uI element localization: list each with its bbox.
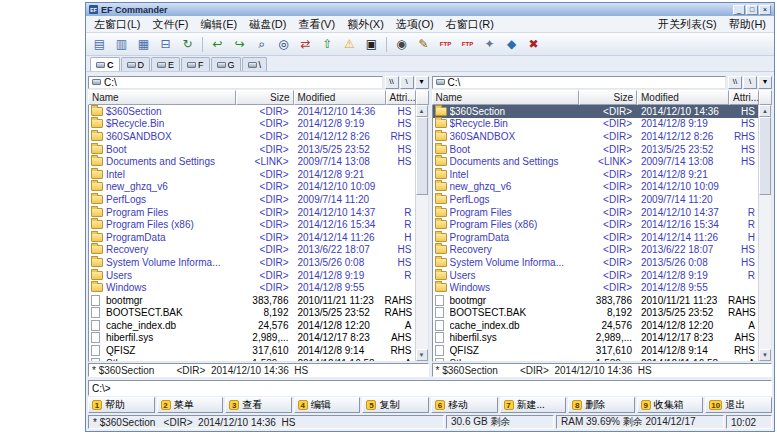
menu-item[interactable]: 左窗口(L) xyxy=(88,16,146,33)
menu-item[interactable]: 查看(V) xyxy=(292,16,341,33)
minimize-button[interactable]: _ xyxy=(733,5,745,15)
path-display[interactable]: C:\ xyxy=(432,76,727,89)
drive-tab-d[interactable]: D xyxy=(121,57,151,71)
file-row[interactable]: cache_index.db24,5762014/12/8 12:20A xyxy=(89,319,415,332)
fkey-3[interactable]: 3查看 xyxy=(225,397,292,413)
drive-tab-g[interactable]: G xyxy=(211,57,241,71)
column-header-attr[interactable]: Attri... xyxy=(729,90,759,105)
command-input[interactable] xyxy=(113,382,768,394)
file-row[interactable]: bootmgr383,7862010/11/21 11:23RAHS xyxy=(433,294,759,307)
file-row[interactable]: Program Files<DIR>2014/12/10 14:37R xyxy=(433,206,759,219)
scrollbar-thumb[interactable] xyxy=(416,117,428,195)
menu-item[interactable]: 额外(X) xyxy=(341,16,390,33)
file-row[interactable]: bootmgr383,7862010/11/21 11:23RAHS xyxy=(89,294,415,307)
file-row[interactable]: $Recycle.Bin<DIR>2014/12/8 9:19HS xyxy=(89,118,415,131)
toolbar-button-console[interactable]: ▣ xyxy=(361,35,382,54)
column-header-attr[interactable]: Attri... xyxy=(386,90,416,105)
file-row[interactable]: Documents and Settings<LINK>2009/7/14 13… xyxy=(433,155,759,168)
drive-tab-e[interactable]: E xyxy=(151,57,180,71)
toolbar-button-shield[interactable]: ◆ xyxy=(501,35,522,54)
fkey-5[interactable]: 5复制 xyxy=(362,397,429,413)
file-row[interactable]: QFISZ317,6102014/12/8 9:14RHS xyxy=(89,344,415,357)
path-button-2[interactable]: ▾ xyxy=(758,76,772,89)
toolbar-button-up-dir[interactable]: ⇧ xyxy=(317,35,338,54)
file-row[interactable]: System Volume Informa...<DIR>2013/5/26 0… xyxy=(433,256,759,269)
column-header-size[interactable]: Size xyxy=(236,90,294,105)
toolbar-button-back[interactable]: ↩ xyxy=(207,35,228,54)
file-row[interactable]: Program Files (x86)<DIR>2014/12/16 15:34… xyxy=(433,218,759,231)
file-row[interactable]: Stk.vzs1,539,...2014/12/11 16:58A xyxy=(89,357,415,361)
toolbar-button-quick-find[interactable]: ◎ xyxy=(273,35,294,54)
file-row[interactable]: hiberfil.sys2,989,...2014/12/17 8:23AHS xyxy=(89,332,415,345)
drive-tab-c[interactable]: C xyxy=(90,57,120,71)
path-display[interactable]: C:\ xyxy=(88,76,383,89)
toolbar-button-sync-dirs[interactable]: ⇄ xyxy=(295,35,316,54)
scroll-up-icon[interactable]: ▲ xyxy=(416,105,428,117)
file-row[interactable]: new_ghzq_v6<DIR>2014/12/10 10:09 xyxy=(89,181,415,194)
toolbar-button-warning[interactable]: ⚠ xyxy=(339,35,360,54)
menu-item[interactable]: 磁盘(D) xyxy=(243,16,292,33)
menu-item[interactable]: 开关列表(S) xyxy=(652,16,723,33)
scrollbar-track[interactable] xyxy=(759,195,771,349)
file-row[interactable]: QFISZ317,6102014/12/8 9:14RHS xyxy=(433,344,759,357)
path-button-2[interactable]: ▾ xyxy=(415,76,429,89)
close-button[interactable]: × xyxy=(759,5,771,15)
file-row[interactable]: PerfLogs<DIR>2009/7/14 11:20 xyxy=(89,193,415,206)
scrollbar-thumb[interactable] xyxy=(759,117,771,195)
fkey-4[interactable]: 4编辑 xyxy=(294,397,361,413)
file-row[interactable]: hiberfil.sys2,989,...2014/12/17 8:23AHS xyxy=(433,332,759,345)
toolbar-button-edit-file[interactable]: ✎ xyxy=(413,35,434,54)
file-row[interactable]: Users<DIR>2014/12/8 9:19R xyxy=(89,269,415,282)
menu-item[interactable]: 编辑(E) xyxy=(195,16,244,33)
scrollbar-track[interactable] xyxy=(416,195,428,349)
file-row[interactable]: ProgramData<DIR>2014/12/14 11:26H xyxy=(433,231,759,244)
toolbar-button-ftp-new[interactable]: FTP xyxy=(457,35,478,54)
drive-tab-root[interactable]: \ xyxy=(242,57,268,71)
file-row[interactable]: 360SANDBOX<DIR>2014/12/12 8:26RHS xyxy=(89,130,415,143)
toolbar-button-view-file[interactable]: ◉ xyxy=(391,35,412,54)
file-row[interactable]: Recovery<DIR>2013/6/22 18:07HS xyxy=(89,244,415,257)
file-row[interactable]: Documents and Settings<LINK>2009/7/14 13… xyxy=(89,155,415,168)
scroll-down-icon[interactable]: ▼ xyxy=(416,349,428,361)
vertical-scrollbar[interactable]: ▲ ▼ xyxy=(415,105,428,361)
file-row[interactable]: Intel<DIR>2014/12/8 9:21 xyxy=(433,168,759,181)
file-row[interactable]: cache_index.db24,5762014/12/8 12:20A xyxy=(433,319,759,332)
file-row[interactable]: Intel<DIR>2014/12/8 9:21 xyxy=(89,168,415,181)
file-row[interactable]: $360Section<DIR>2014/12/10 14:36HS xyxy=(89,105,415,118)
toolbar-button-search[interactable]: ⌕ xyxy=(251,35,272,54)
scroll-down-icon[interactable]: ▼ xyxy=(759,349,771,361)
fkey-7[interactable]: 7新建... xyxy=(500,397,567,413)
toolbar-button-folder-tree[interactable]: ⊟ xyxy=(155,35,176,54)
column-header-modified[interactable]: Modified xyxy=(294,90,386,105)
fkey-9[interactable]: 9收集箱 xyxy=(637,397,704,413)
toolbar-button-ftp-connect[interactable]: FTP xyxy=(435,35,456,54)
vertical-scrollbar[interactable]: ▲ ▼ xyxy=(758,105,771,361)
toolbar-button-layout-grid[interactable]: ▦ xyxy=(133,35,154,54)
path-button-0[interactable]: \\ xyxy=(385,76,399,89)
column-header-size[interactable]: Size xyxy=(579,90,637,105)
file-row[interactable]: Boot<DIR>2013/5/25 23:52HS xyxy=(433,143,759,156)
file-row[interactable]: $Recycle.Bin<DIR>2014/12/8 9:19HS xyxy=(433,118,759,131)
file-row[interactable]: Windows<DIR>2014/12/8 9:55 xyxy=(433,281,759,294)
file-row[interactable]: Windows<DIR>2014/12/8 9:55 xyxy=(89,281,415,294)
file-row[interactable]: $360Section<DIR>2014/12/10 14:36HS xyxy=(433,105,759,118)
file-row[interactable]: Program Files<DIR>2014/12/10 14:37R xyxy=(89,206,415,219)
toolbar-button-refresh[interactable]: ↻ xyxy=(177,35,198,54)
menu-item[interactable]: 帮助(H) xyxy=(723,16,772,33)
toolbar-button-layout-split[interactable]: ▥ xyxy=(111,35,132,54)
fkey-6[interactable]: 6移动 xyxy=(431,397,498,413)
maximize-button[interactable]: □ xyxy=(746,5,758,15)
column-header-name[interactable]: Name xyxy=(88,90,236,105)
toolbar-button-forward[interactable]: ↪ xyxy=(229,35,250,54)
file-row[interactable]: PerfLogs<DIR>2009/7/14 11:20 xyxy=(433,193,759,206)
path-button-1[interactable]: \ xyxy=(743,76,757,89)
file-row[interactable]: new_ghzq_v6<DIR>2014/12/10 10:09 xyxy=(433,181,759,194)
menu-item[interactable]: 选项(O) xyxy=(390,16,440,33)
column-header-name[interactable]: Name xyxy=(432,90,580,105)
file-row[interactable]: ProgramData<DIR>2014/12/14 11:26H xyxy=(89,231,415,244)
menu-item[interactable]: 右窗口(R) xyxy=(440,16,500,33)
menu-item[interactable]: 文件(F) xyxy=(146,16,194,33)
fkey-1[interactable]: 1帮助 xyxy=(88,397,155,413)
column-header-modified[interactable]: Modified xyxy=(637,90,729,105)
drive-tab-f[interactable]: F xyxy=(181,57,210,71)
